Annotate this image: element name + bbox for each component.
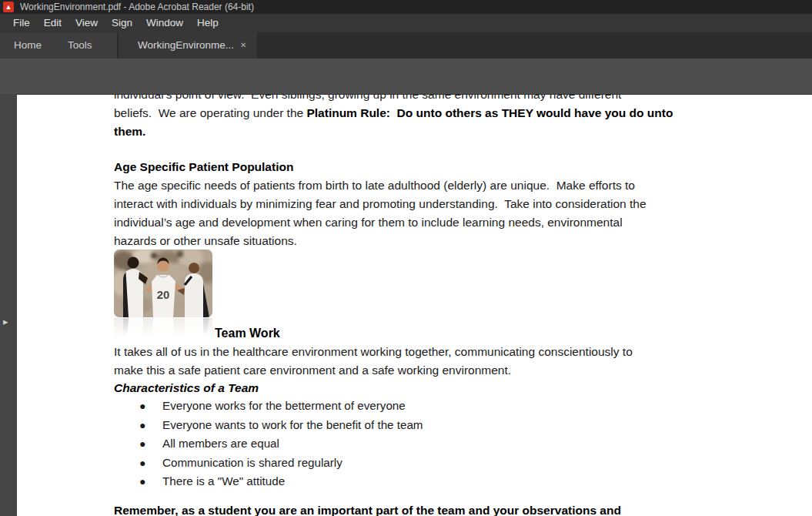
- list-item: ●Everyone wants to work for the benefit …: [139, 418, 423, 431]
- list-item-text: Everyone wants to work for the benefit o…: [162, 418, 423, 431]
- list-item-text: Everyone works for the betterment of eve…: [162, 399, 406, 412]
- tab-tools[interactable]: Tools: [68, 32, 92, 59]
- doc-text-run-bold: Platinum Rule: Do unto others as THEY wo…: [306, 106, 673, 119]
- title-bar: ▲ WorkingEnvironment.pdf - Adobe Acrobat…: [0, 0, 812, 14]
- document-workspace: ▸ individual’s point of view. Even sibli…: [0, 94, 812, 516]
- doc-heading-age-specific: Age Specific Patient Population: [114, 159, 293, 175]
- menu-bar: File Edit View Sign Window Help: [0, 14, 812, 32]
- doc-heading-characteristics: Characteristics of a Team: [114, 380, 259, 396]
- list-item-text: Communication is shared regularly: [162, 456, 343, 469]
- jersey-number: 20: [157, 288, 170, 301]
- tab-document-label: WorkingEnvironme...: [138, 32, 234, 59]
- doc-text-line: them.: [114, 124, 145, 139]
- basketball-team-huddle-image: 20: [114, 250, 212, 317]
- doc-text-line: individual’s age and development when ca…: [114, 215, 623, 230]
- list-item: ●All members are equal: [139, 437, 279, 450]
- list-item: ●Everyone works for the betterment of ev…: [139, 399, 406, 412]
- doc-text-line: interact with individuals by minimizing …: [114, 196, 647, 212]
- bullet-icon: ●: [139, 475, 162, 488]
- pdf-page: individual’s point of view. Even sibling…: [17, 94, 812, 516]
- tab-close-icon[interactable]: ✕: [240, 32, 246, 59]
- window-title: WorkingEnvironment.pdf - Adobe Acrobat R…: [20, 0, 254, 14]
- bullet-icon: ●: [139, 437, 162, 450]
- tab-group-left: Home Tools: [0, 32, 118, 59]
- doc-text-line: make this a safe patient care environmen…: [114, 363, 511, 378]
- list-item-text: There is a "We" attitude: [162, 474, 285, 488]
- doc-text-line: individual’s point of view. Even sibling…: [114, 94, 621, 102]
- doc-caption-team-work: Team Work: [215, 326, 280, 341]
- menu-view[interactable]: View: [69, 14, 105, 32]
- acrobat-logo-icon: ▲: [3, 2, 14, 12]
- list-item: ●Communication is shared regularly: [139, 456, 343, 469]
- list-item-text: All members are equal: [162, 437, 279, 450]
- tab-home[interactable]: Home: [14, 32, 42, 59]
- menu-file[interactable]: File: [6, 14, 37, 32]
- bullet-icon: ●: [139, 400, 162, 412]
- list-item: ●There is a "We" attitude: [139, 474, 285, 488]
- navigation-pane-strip: ▸: [0, 94, 17, 516]
- doc-text-line: It takes all of us in the healthcare env…: [114, 344, 633, 360]
- bullet-icon: ●: [139, 419, 162, 431]
- tab-bar: Home Tools WorkingEnvironme... ✕: [0, 32, 812, 59]
- menu-sign[interactable]: Sign: [105, 14, 139, 32]
- doc-text-line: beliefs. We are operating under the Plat…: [114, 106, 673, 121]
- doc-text-line: hazards or other unsafe situations.: [114, 233, 297, 249]
- nav-pane-expand-icon[interactable]: ▸: [3, 316, 8, 327]
- bullet-icon: ●: [139, 457, 162, 469]
- menu-edit[interactable]: Edit: [37, 14, 69, 32]
- toolbar: ☆ ↑ ↓ 3 / 3 − + 115% ▾ ▾: [0, 59, 812, 94]
- doc-text-line: The age specific needs of patients from …: [114, 178, 635, 193]
- menu-window[interactable]: Window: [139, 14, 190, 32]
- tab-document[interactable]: WorkingEnvironme... ✕: [119, 32, 258, 59]
- image-reflection: 20: [114, 318, 212, 338]
- menu-help[interactable]: Help: [190, 14, 226, 32]
- doc-text-line-clipped: Remember, as a student you are an import…: [114, 504, 621, 516]
- doc-text-run: beliefs. We are operating under the: [114, 106, 306, 119]
